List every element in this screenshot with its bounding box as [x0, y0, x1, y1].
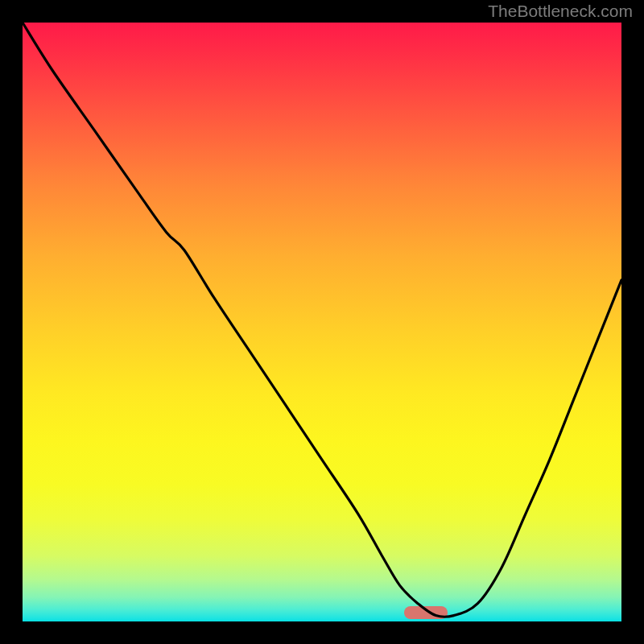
- curve-path: [23, 23, 621, 617]
- plot-area: [23, 23, 621, 621]
- chart-frame: TheBottleneck.com: [0, 0, 644, 644]
- bottleneck-curve: [23, 23, 621, 621]
- watermark-text: TheBottleneck.com: [488, 2, 633, 21]
